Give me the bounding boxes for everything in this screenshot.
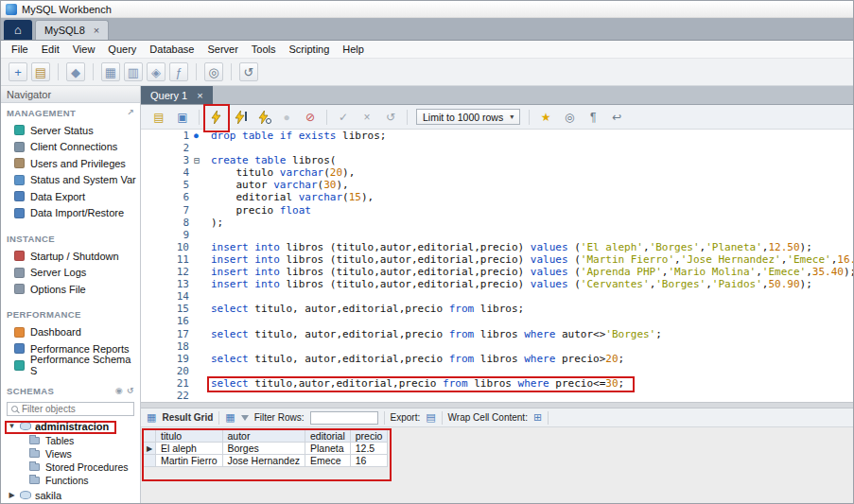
- cell-titulo[interactable]: El aleph: [156, 443, 223, 455]
- sidebar-item-status-and-system-var[interactable]: Status and System Var: [1, 172, 140, 189]
- cell-titulo[interactable]: Martin Fierro: [156, 455, 223, 467]
- table-row[interactable]: Martin FierroJose HernandezEmece16: [144, 455, 388, 467]
- commit-button[interactable]: ✓: [333, 108, 354, 127]
- close-icon[interactable]: ×: [94, 25, 99, 36]
- table-row[interactable]: ▶El alephBorgesPlaneta12.5: [144, 443, 388, 455]
- cell-precio[interactable]: 16: [350, 455, 388, 467]
- tree-item-sakila[interactable]: ▶sakila: [5, 490, 64, 501]
- tree-item-stored-procedures[interactable]: Stored Procedures: [1, 461, 140, 474]
- toggle-stop-on-error-button[interactable]: ⊘: [300, 108, 321, 127]
- export-icon[interactable]: ▤: [426, 411, 435, 424]
- wrap-content-icon[interactable]: ⊞: [533, 411, 542, 424]
- schema-filter-input[interactable]: [22, 404, 130, 414]
- menu-view[interactable]: View: [66, 43, 102, 55]
- menu-tools[interactable]: Tools: [245, 43, 283, 55]
- tree-item-functions[interactable]: Functions: [1, 474, 140, 487]
- save-button[interactable]: ▣: [172, 108, 193, 127]
- section-header-performance: PERFORMANCE: [1, 305, 140, 324]
- line-number: 5: [141, 179, 194, 191]
- sql-code-area[interactable]: 1●drop table if exists libros;23⊟create …: [141, 130, 853, 402]
- reconnect-dbms-icon[interactable]: ↺: [239, 62, 258, 81]
- line-number: 2: [141, 142, 194, 154]
- column-header-autor[interactable]: autor: [222, 430, 305, 443]
- sidebar-item-server-status[interactable]: Server Status: [1, 122, 140, 139]
- execute-current-button[interactable]: [229, 108, 250, 127]
- menu-file[interactable]: File: [5, 43, 35, 55]
- cell-editorial[interactable]: Emece: [305, 455, 350, 467]
- sidebar-item-data-export[interactable]: Data Export: [1, 188, 140, 205]
- menu-database[interactable]: Database: [143, 43, 200, 55]
- find-button[interactable]: ◎: [559, 108, 580, 127]
- stop-button[interactable]: ●: [276, 108, 297, 127]
- chevron-right-icon[interactable]: ▶: [8, 491, 16, 499]
- sidebar-item-users-and-privileges[interactable]: Users and Privileges: [1, 155, 140, 172]
- create-procedure-icon[interactable]: ◈: [147, 62, 166, 81]
- sidebar-item-data-import-restore[interactable]: Data Import/Restore: [1, 205, 140, 222]
- home-tab[interactable]: ⌂: [4, 20, 32, 40]
- beautify-button[interactable]: ★: [535, 108, 556, 127]
- create-view-icon[interactable]: ▥: [124, 62, 143, 81]
- cell-editorial[interactable]: Planeta: [305, 443, 350, 455]
- sidebar-item-performance-schema-s[interactable]: Performance Schema S: [1, 357, 140, 374]
- menu-edit[interactable]: Edit: [35, 43, 66, 55]
- create-function-icon[interactable]: ƒ: [169, 62, 188, 81]
- sidebar-item-server-logs[interactable]: Server Logs: [1, 265, 140, 282]
- connection-tabstrip: ⌂ MySQL8 ×: [1, 18, 853, 41]
- create-table-icon[interactable]: ▦: [101, 62, 120, 81]
- line-number: 12: [141, 266, 194, 278]
- new-query-tab-icon[interactable]: +: [9, 62, 27, 81]
- column-header-titulo[interactable]: titulo: [156, 430, 223, 443]
- close-icon[interactable]: ×: [197, 90, 202, 101]
- chevron-down-icon[interactable]: ▼: [8, 422, 16, 430]
- tree-item-administracion[interactable]: ▼administracion: [5, 421, 112, 432]
- line-number: 7: [141, 204, 194, 217]
- menu-query[interactable]: Query: [101, 43, 143, 55]
- result-table[interactable]: tituloautoreditorialprecio ▶El alephBorg…: [143, 429, 388, 467]
- tree-item-views[interactable]: Views: [1, 447, 140, 461]
- sidebar-item-dashboard[interactable]: Dashboard: [1, 324, 140, 341]
- rollback-button[interactable]: ×: [357, 108, 377, 127]
- cursor-mark: [245, 112, 247, 121]
- line-marker: [194, 353, 211, 365]
- filter-icon: [241, 415, 249, 421]
- refresh-icon[interactable]: ↺: [127, 386, 134, 395]
- tree-item-label: Stored Procedures: [45, 461, 129, 473]
- sidebar-item-startup-shutdown[interactable]: Startup / Shutdown: [1, 248, 140, 265]
- line-marker: [194, 179, 211, 191]
- folder-icon: [29, 477, 40, 484]
- spy-icon[interactable]: ◉: [115, 386, 123, 395]
- line-marker: [194, 142, 211, 154]
- create-schema-icon[interactable]: ◆: [66, 62, 85, 81]
- sidebar-item-client-connections[interactable]: Client Connections: [1, 139, 140, 156]
- cell-autor[interactable]: Borges: [222, 443, 305, 455]
- invisible-chars-button[interactable]: ¶: [583, 108, 603, 127]
- pane-splitter[interactable]: [141, 402, 853, 408]
- sidebar-item-options-file[interactable]: Options File: [1, 281, 140, 298]
- menu-server[interactable]: Server: [200, 43, 244, 55]
- search-data-icon[interactable]: ◎: [204, 62, 223, 81]
- cell-autor[interactable]: Jose Hernandez: [222, 455, 305, 467]
- line-marker: [194, 315, 211, 327]
- folder-icon: [29, 450, 40, 458]
- cell-precio[interactable]: 12.5: [350, 443, 388, 455]
- column-header-precio[interactable]: precio: [350, 430, 388, 443]
- menu-help[interactable]: Help: [336, 43, 371, 55]
- grid-icon[interactable]: ▦: [225, 411, 235, 424]
- wrap-text-button[interactable]: ↩: [606, 108, 627, 127]
- open-file-button[interactable]: ▤: [148, 108, 169, 127]
- column-header-editorial[interactable]: editorial: [305, 430, 350, 443]
- autocommit-button[interactable]: ↺: [380, 108, 401, 127]
- connection-tab[interactable]: MySQL8 ×: [35, 20, 109, 40]
- limit-rows-dropdown[interactable]: Limit to 1000 rows▾: [416, 109, 520, 125]
- tree-item-tables[interactable]: Tables: [1, 434, 140, 447]
- result-grid-tab[interactable]: Result Grid: [162, 412, 213, 423]
- menu-scripting[interactable]: Scripting: [283, 43, 337, 55]
- filter-rows-input[interactable]: [310, 411, 378, 425]
- execute-button[interactable]: [205, 108, 226, 127]
- row-selector[interactable]: ▶: [144, 443, 156, 455]
- query-tab[interactable]: Query 1 ×: [141, 86, 213, 104]
- explain-button[interactable]: [253, 108, 273, 127]
- open-script-icon[interactable]: ▤: [31, 62, 50, 81]
- expand-icon[interactable]: ↗: [127, 108, 134, 117]
- row-selector[interactable]: [144, 455, 156, 467]
